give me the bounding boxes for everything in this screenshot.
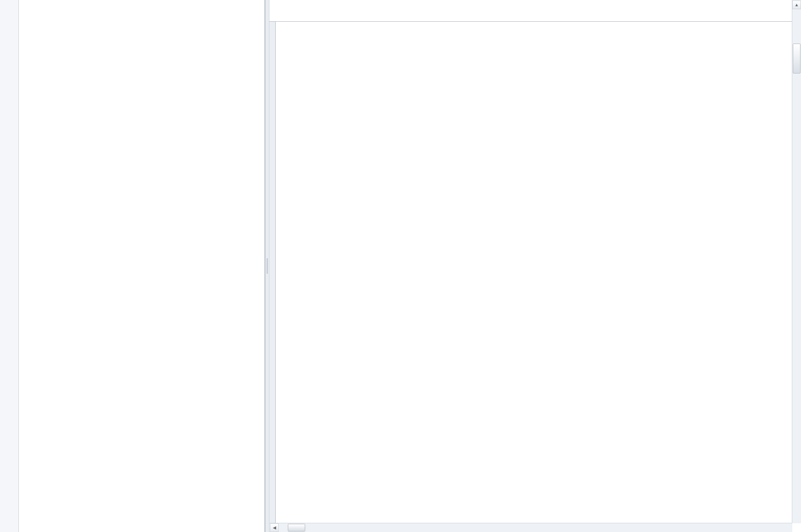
scroll-thumb-h[interactable] — [288, 524, 305, 532]
scroll-up-icon[interactable]: ▲ — [792, 0, 801, 9]
gantt-canvas[interactable] — [269, 22, 801, 532]
scrollbar-horizontal[interactable]: ◀ — [269, 523, 792, 532]
activity-table — [19, 0, 265, 532]
scroll-thumb-v[interactable] — [793, 44, 801, 74]
gantt-chart: ▲ ◀ — [269, 0, 801, 532]
left-toolbar — [0, 0, 19, 532]
scroll-left-icon[interactable]: ◀ — [270, 523, 279, 532]
timescale — [269, 0, 801, 22]
scrollbar-vertical[interactable]: ▲ — [792, 0, 801, 523]
gantt-left-strip — [269, 22, 276, 532]
splitter-vertical[interactable] — [265, 0, 269, 532]
